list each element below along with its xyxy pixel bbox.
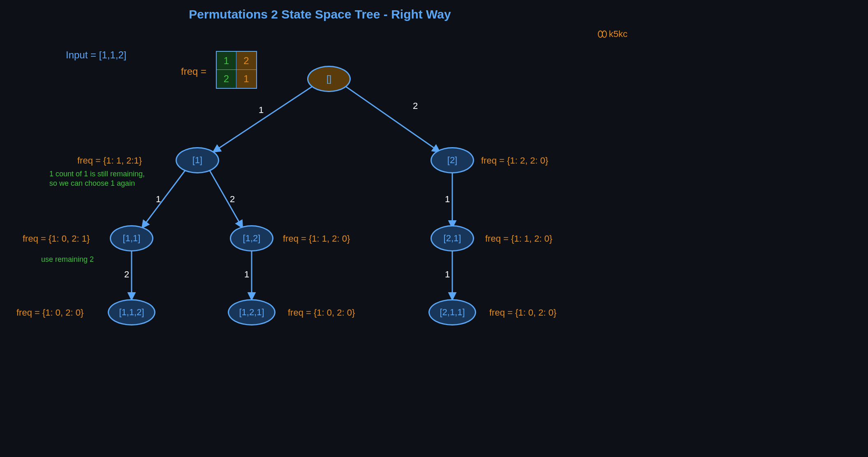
node-1-2-1: [1,2,1] (228, 299, 275, 325)
watermark-icon (597, 30, 607, 38)
freq-annotation-n21: freq = {1: 1, 2: 0} (485, 233, 552, 244)
edge-label-n2-n21: 1 (445, 194, 450, 205)
svg-point-1 (602, 31, 606, 37)
node-1-1-2: [1,1,2] (108, 299, 155, 325)
svg-point-0 (598, 31, 602, 37)
freq-annotation-n211: freq = {1: 0, 2: 0} (489, 307, 556, 318)
node-root: [] (307, 66, 351, 92)
edge-n1-n11 (142, 171, 185, 228)
node-2: [2] (431, 147, 474, 173)
node-1-2: [1,2] (230, 225, 273, 252)
freq-table-label: freq = (181, 66, 206, 77)
freq-table-cell-count-1: 2 (217, 70, 236, 88)
edge-label-n12-n121: 1 (244, 269, 249, 280)
note-annotation-n1: 1 count of 1 is still remaining, so we c… (49, 169, 145, 189)
edge-label-root-n2: 2 (413, 101, 418, 111)
node-2-1-1: [2,1,1] (428, 299, 476, 325)
freq-annotation-n121: freq = {1: 0, 2: 0} (288, 307, 355, 318)
edge-label-n11-n112: 2 (124, 269, 129, 280)
freq-table-cell-count-2: 1 (236, 70, 256, 88)
freq-table-cell-key-2: 2 (236, 52, 256, 70)
freq-annotation-n2: freq = {1: 2, 2: 0} (481, 155, 548, 166)
node-1: [1] (176, 147, 219, 173)
watermark-text: k5kc (609, 29, 627, 39)
page-title: Permutations 2 State Space Tree - Right … (0, 7, 640, 21)
freq-annotation-n11: freq = {1: 0, 2: 1} (23, 233, 90, 244)
note-annotation-n11: use remaining 2 (41, 255, 94, 264)
diagram-canvas: Permutations 2 State Space Tree - Right … (0, 0, 640, 337)
edge-root-n1 (213, 86, 312, 152)
edge-label-n21-n211: 1 (445, 269, 450, 280)
node-2-1: [2,1] (431, 225, 474, 252)
watermark: k5kc (597, 29, 627, 39)
node-1-1: [1,1] (110, 225, 153, 252)
freq-table: 1 2 2 1 (216, 51, 257, 89)
freq-table-cell-key-1: 1 (217, 52, 236, 70)
edge-label-n1-n11: 1 (156, 194, 161, 205)
edge-label-n1-n12: 2 (230, 194, 235, 205)
freq-annotation-n1: freq = {1: 1, 2:1} (77, 155, 142, 166)
edge-root-n2 (345, 86, 440, 152)
freq-annotation-n12: freq = {1: 1, 2: 0} (283, 233, 350, 244)
edge-label-root-n1: 1 (259, 105, 264, 115)
edge-n1-n12 (210, 171, 243, 228)
input-label: Input = [1,1,2] (66, 49, 126, 61)
freq-annotation-n112: freq = {1: 0, 2: 0} (16, 307, 83, 318)
